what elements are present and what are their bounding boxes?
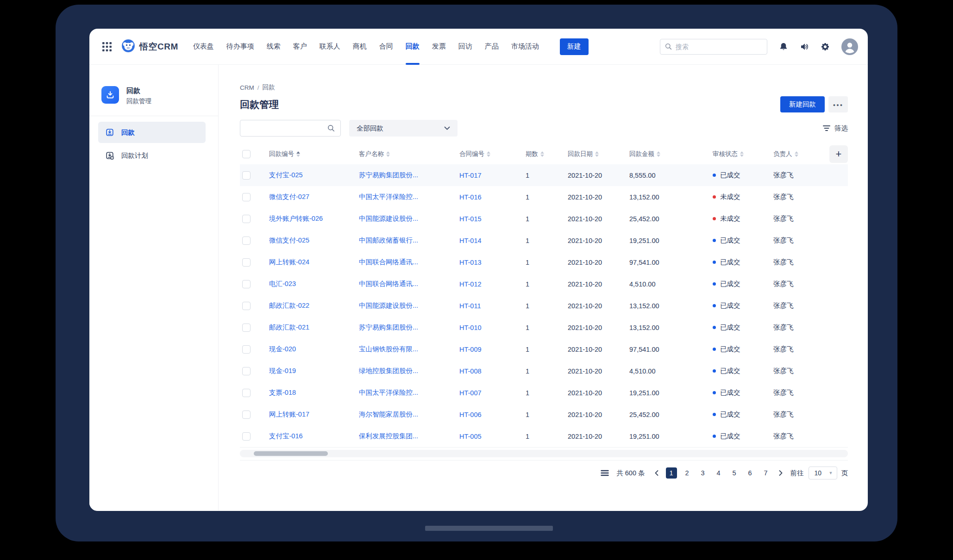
page-number-6[interactable]: 6 <box>745 467 756 479</box>
cell-contract-id[interactable]: HT-014 <box>459 237 526 244</box>
page-number-7[interactable]: 7 <box>760 467 771 479</box>
table-search-input[interactable] <box>246 124 327 132</box>
row-checkbox[interactable] <box>242 324 251 332</box>
sort-desc-icon[interactable] <box>487 155 490 157</box>
column-header-8[interactable]: 负责人 <box>773 150 828 158</box>
nav-item-3[interactable]: 线索 <box>267 29 281 65</box>
nav-item-10[interactable]: 回访 <box>458 29 472 65</box>
cell-payment-id[interactable]: 微信支付-025 <box>269 236 359 245</box>
sort-carets-icon[interactable] <box>657 151 660 157</box>
global-search-input[interactable] <box>676 43 762 50</box>
user-avatar[interactable] <box>841 38 858 55</box>
cell-contract-id[interactable]: HT-013 <box>459 259 526 266</box>
cell-contract-id[interactable]: HT-017 <box>459 172 526 179</box>
nav-item-6[interactable]: 商机 <box>353 29 367 65</box>
row-checkbox[interactable] <box>242 302 251 310</box>
column-header-1[interactable]: 回款编号 <box>269 150 359 158</box>
cell-customer-name[interactable]: 海尔智能家居股份... <box>359 410 459 419</box>
sort-carets-icon[interactable] <box>740 151 744 157</box>
sort-carets-icon[interactable] <box>795 151 798 157</box>
nav-item-1[interactable]: 仪表盘 <box>193 29 214 65</box>
sort-asc-icon[interactable] <box>296 151 300 154</box>
cell-payment-id[interactable]: 微信支付-027 <box>269 193 359 201</box>
more-actions-button[interactable]: ●●● <box>828 96 848 112</box>
cell-payment-id[interactable]: 支付宝-016 <box>269 432 359 441</box>
cell-customer-name[interactable]: 中国能源建设股份... <box>359 214 459 223</box>
page-number-1[interactable]: 1 <box>666 467 677 479</box>
nav-item-5[interactable]: 联系人 <box>320 29 340 65</box>
cell-payment-id[interactable]: 网上转账-017 <box>269 410 359 419</box>
nav-item-12[interactable]: 市场活动 <box>511 29 539 65</box>
sort-asc-icon[interactable] <box>795 151 798 154</box>
table-search[interactable] <box>240 120 341 137</box>
create-payment-button[interactable]: 新建回款 <box>780 96 825 112</box>
cell-customer-name[interactable]: 苏宁易购集团股份... <box>359 171 459 180</box>
cell-customer-name[interactable]: 中国联合网络通讯... <box>359 280 459 288</box>
announcement-speaker-icon[interactable] <box>800 42 809 51</box>
cell-customer-name[interactable]: 中国太平洋保险控... <box>359 193 459 201</box>
sort-desc-icon[interactable] <box>540 155 544 157</box>
cell-payment-id[interactable]: 支付宝-025 <box>269 171 359 180</box>
notification-bell-icon[interactable] <box>779 42 788 51</box>
nav-item-11[interactable]: 产品 <box>485 29 499 65</box>
column-header-3[interactable]: 合同编号 <box>459 150 526 158</box>
cell-contract-id[interactable]: HT-009 <box>459 346 526 353</box>
brand[interactable]: 悟空CRM <box>121 39 178 55</box>
column-header-4[interactable]: 期数 <box>526 150 568 158</box>
sort-asc-icon[interactable] <box>657 151 660 154</box>
cell-payment-id[interactable]: 支票-018 <box>269 388 359 397</box>
sort-desc-icon[interactable] <box>740 155 744 157</box>
scope-select[interactable]: 全部回款 <box>349 120 458 137</box>
column-header-6[interactable]: 回款金额 <box>629 150 713 158</box>
cell-contract-id[interactable]: HT-011 <box>459 302 526 310</box>
nav-item-4[interactable]: 客户 <box>293 29 307 65</box>
cell-customer-name[interactable]: 中国能源建设股份... <box>359 301 459 310</box>
cell-payment-id[interactable]: 现金-019 <box>269 367 359 375</box>
cell-customer-name[interactable]: 苏宁易购集团股份... <box>359 323 459 332</box>
cell-contract-id[interactable]: HT-012 <box>459 280 526 288</box>
select-all-checkbox[interactable] <box>242 150 251 158</box>
cell-customer-name[interactable]: 中国太平洋保险控... <box>359 388 459 397</box>
cell-customer-name[interactable]: 绿地控股集团股份... <box>359 367 459 375</box>
cell-contract-id[interactable]: HT-008 <box>459 367 526 375</box>
cell-customer-name[interactable]: 中国联合网络通讯... <box>359 258 459 267</box>
row-checkbox[interactable] <box>242 193 251 201</box>
cell-contract-id[interactable]: HT-010 <box>459 324 526 331</box>
sidebar-item-2[interactable]: 回款计划 <box>98 145 206 166</box>
sort-carets-icon[interactable] <box>487 151 490 157</box>
page-size-select[interactable]: 10 ▼ <box>809 467 837 479</box>
row-checkbox[interactable] <box>242 345 251 354</box>
row-checkbox[interactable] <box>242 258 251 267</box>
sort-carets-icon[interactable] <box>296 151 300 157</box>
column-header-2[interactable]: 客户名称 <box>359 150 459 158</box>
row-checkbox[interactable] <box>242 367 251 375</box>
cell-customer-name[interactable]: 保利发展控股集团... <box>359 432 459 441</box>
page-number-5[interactable]: 5 <box>729 467 740 479</box>
cell-payment-id[interactable]: 邮政汇款-022 <box>269 301 359 310</box>
settings-gear-icon[interactable] <box>821 42 830 51</box>
sort-desc-icon[interactable] <box>657 155 660 157</box>
row-checkbox[interactable] <box>242 236 251 245</box>
cell-contract-id[interactable]: HT-005 <box>459 433 526 440</box>
sort-asc-icon[interactable] <box>740 151 744 154</box>
row-checkbox[interactable] <box>242 389 251 397</box>
sidebar-item-1[interactable]: 回款 <box>98 122 206 143</box>
column-header-7[interactable]: 审核状态 <box>713 150 773 158</box>
sort-desc-icon[interactable] <box>386 155 390 157</box>
sort-desc-icon[interactable] <box>296 155 300 157</box>
cell-payment-id[interactable]: 网上转账-024 <box>269 258 359 267</box>
nav-item-2[interactable]: 待办事项 <box>226 29 254 65</box>
apps-grid-icon[interactable] <box>102 42 112 52</box>
sort-carets-icon[interactable] <box>540 151 544 157</box>
cell-contract-id[interactable]: HT-007 <box>459 389 526 397</box>
chevron-right-icon[interactable] <box>777 470 785 476</box>
sort-carets-icon[interactable] <box>386 151 390 157</box>
page-number-2[interactable]: 2 <box>682 467 693 479</box>
global-search[interactable] <box>660 39 767 55</box>
row-checkbox[interactable] <box>242 171 251 180</box>
row-checkbox[interactable] <box>242 411 251 419</box>
nav-item-7[interactable]: 合同 <box>379 29 393 65</box>
nav-item-9[interactable]: 发票 <box>432 29 446 65</box>
page-number-3[interactable]: 3 <box>697 467 708 479</box>
nav-new-button[interactable]: 新建 <box>560 38 589 55</box>
